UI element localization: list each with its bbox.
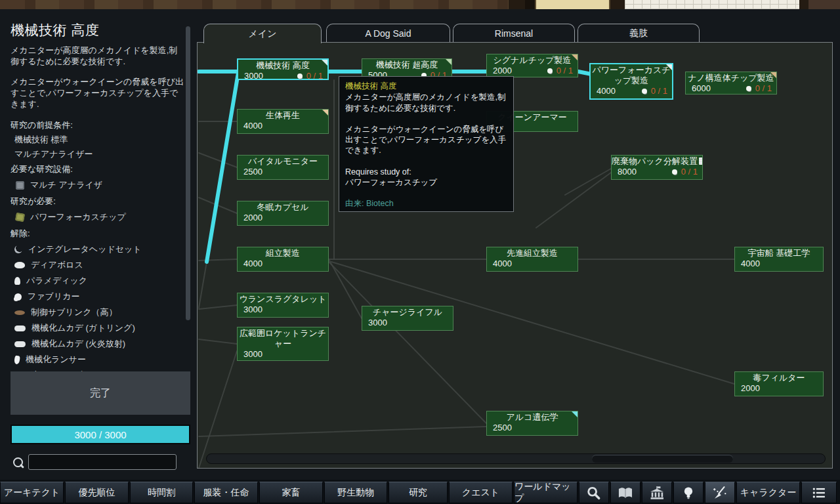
tooltip-requires-item: パワーフォーカスチップ [345,177,507,188]
floor [535,0,610,9]
node-meta: 2000 [735,383,823,394]
node-meta: 3000 [238,304,328,316]
node-cost: 4000 [741,259,760,269]
menu-button[interactable] [801,482,837,503]
quests-button[interactable]: クエスト [449,482,513,503]
research-node-waste-unpacker[interactable]: 廃棄物パック分解装置80000 / 1 [611,155,703,180]
study-icon [297,74,303,79]
prerequisite-item: マルチアナライザー [14,148,188,161]
cleaning-tool-button[interactable] [705,482,735,503]
study-item-label: パワーフォーカスチップ [30,211,126,223]
paramedic-icon [14,277,20,285]
node-progress: 0 / 1 [681,167,698,177]
tooltip-origin: 由来: Biotech [345,198,507,209]
character-button[interactable]: キャラクター [736,482,800,503]
unlock-item-label: 制御サブリンク（高） [31,306,117,318]
node-cost: 2500 [493,423,512,433]
learning-helper-button[interactable] [673,482,704,503]
node-progress: 0 / 1 [651,86,667,96]
research-node-charge-rifle[interactable]: チャージライフル3000 [362,306,453,331]
facilities-list: マルチ アナライザ [7,177,188,193]
research-progress-bar: 3000 / 3000 [10,425,190,444]
research-node-nano-chip-fab[interactable]: ナノ構造体チップ製造60000 / 1 [685,72,777,94]
node-meta: 2500 [487,423,578,434]
unlock-item: インテグレータヘッドセット [7,242,188,257]
search-input[interactable] [28,454,177,470]
research-button[interactable]: 研究 [388,482,448,503]
research-node-ship-basics[interactable]: 宇宙船 基礎工学4000 [734,247,824,272]
tooltip-body-2: メカニターがウォークイーンの脅威を呼び出すことで,パワーフォーカスチップを入手で… [345,124,507,156]
research-node-archo-genetics[interactable]: アルコ遺伝学2500 [486,411,578,436]
diabolus-icon [14,262,25,268]
prerequisites-list: 機械技術 標準マルチアナライザー [7,133,188,161]
unlock-item-label: 機械化ムカデ (火炎放射) [32,338,125,350]
node-cost: 4000 [597,86,616,96]
node-title: 組立製造 [238,247,328,259]
assign-button[interactable]: 服装・任命 [194,482,258,503]
unlock-item: 機械化ムカデ (ガトリング) [7,320,188,336]
tab-Rimsenal[interactable]: Rimsenal [453,24,575,42]
node-title: アルコ遺伝学 [487,411,578,423]
node-title: 広範囲ロケットランチャー [238,327,328,349]
unlocks-list: インテグレータヘッドセットディアボロスパラメディックファブリカー制御サブリンク（… [7,242,188,383]
left-panel-scrollbar[interactable] [186,26,190,320]
corner-marker [572,411,578,417]
node-title: チャージライフル [362,306,453,318]
research-node-adv-fabrication[interactable]: 先進組立製造4000 [486,247,578,272]
research-node-toxifilter[interactable]: 毒フィルター2000 [734,371,824,396]
game-world-strip [0,0,840,9]
tree-scrollbar-thumb[interactable] [592,455,733,463]
unlock-item-label: 機械化ランサー [26,354,86,366]
tab-A Dog Said[interactable]: A Dog Said [326,24,450,42]
research-node-bioregeneration[interactable]: 生体再生4000 [237,109,329,134]
research-node-hibernation-capsule[interactable]: 冬眠カプセル2000 [237,201,329,226]
research-node-power-focus-chip-fab[interactable]: パワーフォーカスチップ製造40000 / 1 [589,63,673,100]
node-progress: 0 / 1 [306,71,323,81]
unlock-item: ディアボロス [7,257,188,273]
research-complete-button[interactable]: 完了 [10,371,190,415]
node-meta: 30000 / 1 [238,71,327,82]
research-node-fabrication[interactable]: 組立製造4000 [237,247,329,272]
tab-メイン[interactable]: メイン [203,24,322,43]
wildlife-button[interactable]: 野生動物 [324,482,387,503]
powerfocus-chip-icon [15,213,25,222]
unlock-item: 機械化ランサー [7,352,188,368]
architect-button[interactable]: アーキテクト [0,482,64,503]
prerequisite-item: 機械技術 標準 [14,133,188,146]
lightbulb-icon [680,486,697,500]
work-priorities-button[interactable]: 優先順位 [65,482,129,503]
history-button[interactable] [610,482,640,503]
unlocks-label: 解除: [10,228,188,240]
study-item: パワーフォーカスチップ [7,209,188,225]
world-map-button[interactable]: ワールドマップ [514,482,578,503]
animals-button[interactable]: 家畜 [259,482,323,503]
factions-button[interactable] [642,482,672,503]
research-description-1: メカニターが高度層のメカノイドを製造,制御するために必要な技術です. [10,45,184,67]
research-node-uranium-slug-turret[interactable]: ウランスラグタレット3000 [237,293,329,318]
zoom-button[interactable] [579,482,609,503]
node-title: 宇宙船 基礎工学 [735,247,823,259]
node-cost: 2000 [741,383,760,394]
tooltip-requires-label: Requires study of: [345,167,507,177]
facilities-label: 必要な研究設備: [10,163,188,175]
building-icon [648,486,665,500]
node-cost: 3000 [243,304,262,315]
research-node-wide-rocket-launcher[interactable]: 広範囲ロケットランチャー3000 [237,327,329,361]
terrain [808,0,840,9]
research-node-mechtech-advanced[interactable]: 機械技術 高度30000 / 1 [237,58,329,80]
node-meta: 3000 [238,349,328,360]
node-title: パワーフォーカスチップ製造 [591,64,672,86]
node-cost: 2000 [493,66,512,76]
node-progress: 0 / 1 [556,66,573,76]
schedule-button[interactable]: 時間割 [130,482,193,503]
prerequisites-label: 研究の前提条件: [10,119,188,131]
research-node-signal-chip-fab[interactable]: シグナルチップ製造20000 / 1 [486,54,578,77]
node-meta: 4000 [487,259,578,270]
corner-marker [770,72,776,78]
tab-義肢[interactable]: 義肢 [578,24,700,42]
node-cost: 6000 [692,83,711,94]
tree-horizontal-scrollbar[interactable] [206,453,826,464]
node-cost: 4000 [243,121,262,131]
fabricor-icon [14,293,22,301]
research-node-vital-monitor[interactable]: バイタルモニター2500 [237,155,329,180]
